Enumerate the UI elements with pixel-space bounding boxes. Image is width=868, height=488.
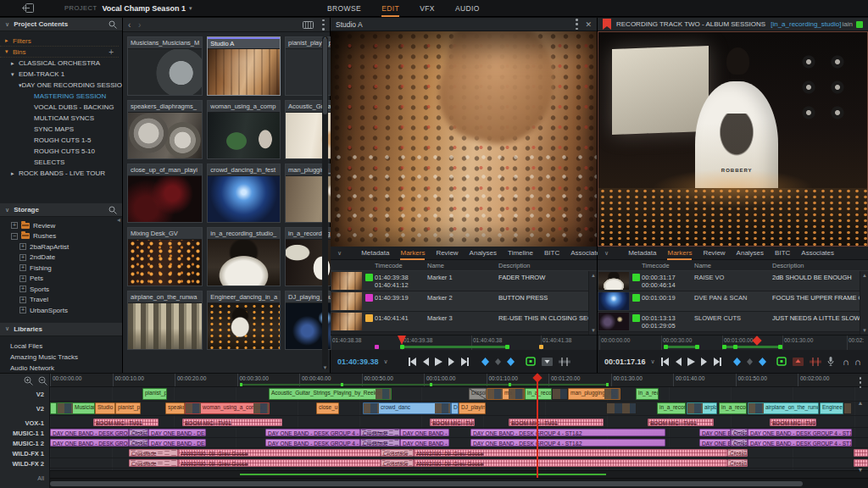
- bin-clip[interactable]: Mixing Desk_GV: [127, 227, 203, 286]
- track-label[interactable]: WILD-FX 1: [13, 450, 45, 458]
- track-label[interactable]: V2: [36, 405, 44, 413]
- skip-start-button[interactable]: [407, 358, 416, 366]
- table-scrollbar[interactable]: ▲▼: [860, 271, 868, 335]
- bin-tree-item[interactable]: VOCAL DUBS - BACKING: [0, 102, 122, 113]
- track-lane[interactable]: DAY ONE BAND - DESK GROUP 4 - ST1&2Cross…: [50, 428, 868, 438]
- frame-forward-button[interactable]: [701, 358, 708, 366]
- storage-tree-item[interactable]: +Fishing: [0, 263, 122, 274]
- timeline-clip[interactable]: [606, 402, 637, 414]
- timeline-clip[interactable]: DAY ONE BAND - DESK GROUP 4 - ST1&2: [50, 439, 129, 446]
- timeline-clip[interactable]: Acoustic_Guitar_Strings_Playing_by_Reeld…: [269, 388, 392, 400]
- expander-icon[interactable]: +: [19, 254, 26, 261]
- track-lane[interactable]: CrossfadeANW2490_09_Grey-GooseCrossfadeA…: [50, 458, 868, 469]
- track-label[interactable]: All: [37, 475, 44, 481]
- timeline-clip[interactable]: ANW2490_09_Grey-Goose: [414, 459, 727, 467]
- library-item[interactable]: Local Files: [0, 341, 122, 352]
- bin-clip[interactable]: speakers_diaphragms_: [127, 100, 203, 159]
- bin-tree-item[interactable]: MULTICAM SYNCS: [0, 113, 122, 124]
- expander-icon[interactable]: +: [11, 222, 18, 229]
- scrubber-playhead[interactable]: [752, 336, 761, 345]
- mark-out-button[interactable]: [507, 358, 515, 366]
- tab-bitc[interactable]: BITC: [775, 247, 790, 260]
- bin-tree-item[interactable]: ROUGH CUTS 1-5: [0, 135, 122, 146]
- timeline-clip[interactable]: Musician: [57, 402, 95, 414]
- loop-range-button[interactable]: [526, 357, 536, 366]
- mark-out-button[interactable]: [759, 358, 766, 366]
- skip-end-button[interactable]: [714, 358, 723, 366]
- timeline-clip[interactable]: DAY ONE BAND - D: [400, 439, 449, 446]
- timeline-clip[interactable]: DAY ONE BAND - D: [400, 429, 449, 436]
- track-label[interactable]: V2: [36, 391, 44, 398]
- timeline-clip[interactable]: BOOM MIC - TV01: [770, 419, 816, 426]
- source-scrubber[interactable]: 01:40:38.3801:40:39.3801:40:40.3801:40:4…: [331, 335, 597, 350]
- timeline-clip[interactable]: DAY ONE BAND - DESK GROUP 4 - ST1&2: [470, 439, 665, 446]
- timeline-clip[interactable]: pianist_pla: [115, 402, 141, 414]
- record-scrubber[interactable]: 00:00:00.0000:00:30.0000:01:00.0000:01:3…: [598, 335, 868, 350]
- timeline-clip[interactable]: DAY ONE BAND - DESK GROUP 4 - ST1&2: [748, 429, 852, 436]
- top-tab-edit[interactable]: EDIT: [381, 0, 399, 17]
- timeline-clip[interactable]: [843, 402, 852, 414]
- marker-row[interactable]: 00:01:00:19DVE PAN & SCANFOCUS THE UPPER…: [598, 291, 868, 312]
- marker-button[interactable]: [747, 358, 753, 365]
- timeline-clip[interactable]: D: [451, 402, 459, 414]
- tab-metadata[interactable]: Metadata: [628, 247, 656, 260]
- timeline-clip[interactable]: in_a_recordin: [525, 388, 552, 400]
- marker-row[interactable]: 01:40:41:41Marker 3RE-USE THIS IN CLOSIN…: [331, 312, 597, 332]
- tab-metadata[interactable]: Metadata: [361, 247, 389, 260]
- scroll-up-icon[interactable]: ▲: [858, 400, 864, 406]
- timeline-clip[interactable]: speakers: [165, 402, 185, 414]
- table-scrollbar[interactable]: ▲▼: [588, 271, 597, 335]
- timeline-clip[interactable]: DJ_playing_: [459, 402, 486, 414]
- track-lane[interactable]: MusicianStudio Apianist_plaspeakerswoman…: [50, 402, 868, 416]
- tab-review[interactable]: Review: [703, 247, 725, 260]
- timeline-clip[interactable]: BOOM MIC - TV01: [648, 419, 714, 426]
- timeline-clip[interactable]: in_a_recordi: [719, 402, 747, 414]
- bin-tree-item[interactable]: ▾DAY ONE RECORDING SESSION: [0, 80, 122, 91]
- add-bin-icon[interactable]: +: [108, 47, 114, 57]
- back-arrow-icon[interactable]: ‹: [128, 20, 138, 30]
- loop-range-button[interactable]: [776, 357, 787, 366]
- timeline-clip[interactable]: in_a_recordi: [657, 402, 686, 414]
- timeline-clip[interactable]: Crossfa: [129, 439, 148, 446]
- track-label[interactable]: MUSIC-1 1: [13, 430, 44, 437]
- timeline-clip[interactable]: in_a_rec: [636, 388, 659, 400]
- tab-timeline[interactable]: Timeline: [508, 247, 533, 260]
- frame-back-button[interactable]: [422, 358, 429, 366]
- mark-in-button[interactable]: [481, 358, 489, 366]
- timeline-clip[interactable]: Dissolv: [469, 388, 487, 400]
- timeline-clip[interactable]: Crossfa: [129, 429, 148, 436]
- timecode-caret-icon[interactable]: ∨: [384, 358, 388, 365]
- track-lane[interactable]: BOOM MIC - TV01BOOM MIC - TV01BOOM MIC -…: [50, 418, 868, 428]
- bin-tree-item[interactable]: ▸CLASSICAL ORCHESTRA: [0, 58, 122, 69]
- timeline-clip[interactable]: man_plugging_in_: [568, 388, 620, 400]
- timeline-clip[interactable]: Crossfade: [129, 449, 178, 457]
- timeline-clip[interactable]: DAY ONE BAND - DESK GR: [148, 439, 206, 446]
- bin-tree-item[interactable]: ▾EDM-TRACK 1: [0, 69, 122, 80]
- collapse-caret-icon[interactable]: ∨: [5, 21, 9, 28]
- timeline-clip[interactable]: Engineer: [820, 402, 843, 414]
- scrollbar-thumb[interactable]: [50, 481, 803, 486]
- search-icon[interactable]: [108, 20, 117, 29]
- timeline-clip[interactable]: Crossfa: [727, 459, 748, 467]
- timeline-clip[interactable]: DAY ONE BAND - DESK GROUP 4 - ST1&2: [470, 429, 665, 436]
- timeline-clip[interactable]: Crossfa: [731, 429, 748, 436]
- collapse-caret-icon[interactable]: ∨: [5, 207, 9, 214]
- timeline-ruler[interactable]: 00:00:00.0000:00:10.0000:00:20.0000:00:3…: [50, 374, 868, 387]
- track-label[interactable]: VOX-1: [25, 419, 44, 427]
- storage-header[interactable]: ∨ Storage: [0, 203, 122, 217]
- bin-tree-item[interactable]: ▸ROCK BANDS - LIVE TOUR: [0, 168, 122, 179]
- bin-tree-item[interactable]: SELECTS: [0, 157, 122, 168]
- timeline-clip[interactable]: Crossfade: [360, 429, 400, 436]
- bin-clip[interactable]: Engineer_dancing_in_a: [207, 291, 281, 350]
- bin-tree-item[interactable]: SYNC MAPS: [0, 124, 122, 135]
- forward-arrow-icon[interactable]: ›: [138, 20, 148, 30]
- project-name[interactable]: Vocal Champ Season 1: [103, 4, 186, 13]
- frame-forward-button[interactable]: [448, 358, 455, 366]
- replace-record-button[interactable]: [810, 358, 821, 366]
- bin-menu-icon[interactable]: [322, 19, 325, 30]
- panel-collapse-icon[interactable]: ◂: [117, 211, 122, 230]
- timeline-clip[interactable]: Crossfade: [381, 459, 414, 467]
- timeline-clip[interactable]: BOOM MIC - TV01: [430, 419, 475, 426]
- insert-record-button[interactable]: [793, 358, 804, 366]
- timeline-all-track[interactable]: [50, 470, 868, 478]
